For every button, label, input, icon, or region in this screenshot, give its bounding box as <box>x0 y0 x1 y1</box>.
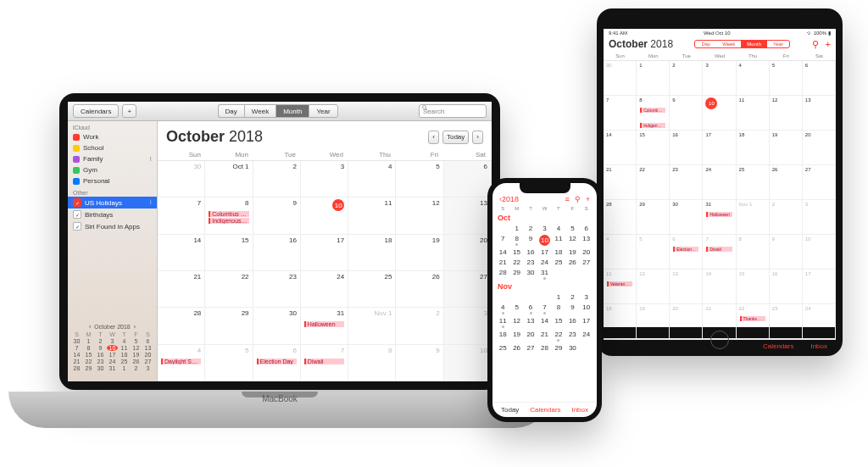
today-button[interactable]: Today <box>442 131 469 144</box>
day-cell[interactable]: 14 <box>604 131 637 165</box>
day-cell[interactable]: 8 <box>348 345 396 381</box>
day-cell[interactable]: 10 <box>803 235 836 270</box>
day-cell[interactable]: 8Columbus DayIndigenous Peo… <box>205 197 253 234</box>
event-chip[interactable]: Election Day <box>673 247 698 252</box>
day-cell[interactable]: 3 <box>537 225 551 232</box>
day-cell[interactable]: 9 <box>524 235 537 246</box>
mini-prev-icon[interactable]: ‹ <box>89 324 91 330</box>
day-cell[interactable]: 6 <box>524 303 537 314</box>
day-cell[interactable]: 26 <box>770 165 803 200</box>
day-cell[interactable]: 15 <box>552 317 565 328</box>
day-cell[interactable]: 18 <box>496 331 509 342</box>
day-cell[interactable]: 5 <box>565 225 579 232</box>
segment-day[interactable]: Day <box>695 41 716 47</box>
event-chip[interactable]: Indigenous Peop… <box>640 123 665 128</box>
day-cell[interactable]: 17 <box>803 270 836 304</box>
day-cell[interactable]: Nov 1 <box>348 308 396 344</box>
day-cell[interactable]: 29 <box>509 269 523 280</box>
day-cell[interactable]: 16 <box>524 248 537 256</box>
day-cell[interactable]: 27 <box>524 344 537 352</box>
search-icon[interactable]: ⚲ <box>812 39 819 50</box>
segment-month[interactable]: Month <box>741 41 767 47</box>
day-cell[interactable]: 6Election Day <box>253 345 301 381</box>
next-month-button[interactable]: › <box>472 131 483 144</box>
day-cell[interactable]: 6 <box>803 61 836 96</box>
day-cell[interactable]: 11 <box>737 96 770 131</box>
day-cell[interactable]: 13 <box>803 96 836 131</box>
day-cell[interactable]: 11 <box>348 197 396 234</box>
day-cell[interactable]: 3 <box>803 200 836 235</box>
day-cell[interactable]: 20 <box>444 235 492 271</box>
day-cell[interactable]: 24 <box>703 165 736 200</box>
day-cell[interactable]: 14 <box>496 248 509 256</box>
calendars-link[interactable]: Calendars <box>763 342 793 350</box>
sidebar-item-siri-found-in-apps[interactable]: ✓Siri Found in Apps <box>68 220 157 232</box>
search-input[interactable]: Search <box>419 104 487 118</box>
day-cell[interactable]: 7 <box>537 303 551 314</box>
back-button[interactable]: ‹2018 <box>499 195 519 203</box>
day-cell[interactable]: 19 <box>637 304 670 339</box>
day-cell[interactable]: 5 <box>770 61 803 96</box>
day-cell[interactable]: 24 <box>301 271 348 308</box>
month-label[interactable]: Nov <box>496 280 593 293</box>
day-cell[interactable]: 22 <box>637 165 670 200</box>
day-cell[interactable]: 25 <box>737 165 770 200</box>
prev-month-button[interactable]: ‹ <box>428 131 439 144</box>
day-cell[interactable]: 19 <box>565 248 579 256</box>
day-cell[interactable]: 22 <box>552 331 565 342</box>
today-link[interactable]: Today <box>501 406 519 414</box>
day-cell[interactable]: 5 <box>396 161 443 197</box>
mini-next-icon[interactable]: › <box>134 324 136 330</box>
day-cell[interactable]: 8Columbus DayIndigenous Peop… <box>637 96 670 131</box>
day-cell[interactable]: 2 <box>565 293 579 301</box>
day-cell[interactable]: 29 <box>205 308 253 344</box>
event-chip[interactable]: Daylight Saving… <box>161 359 201 364</box>
day-cell[interactable]: 6 <box>580 225 593 232</box>
day-cell[interactable]: 22 <box>509 259 523 266</box>
day-cell[interactable]: 15 <box>637 131 670 165</box>
day-cell[interactable]: 23 <box>670 165 703 200</box>
day-cell[interactable]: 4 <box>348 161 396 197</box>
day-cell[interactable]: 8 <box>737 235 770 270</box>
add-button[interactable]: + <box>122 104 136 118</box>
add-event-icon[interactable]: + <box>586 195 590 203</box>
day-cell[interactable]: 23 <box>770 304 803 339</box>
day-cell[interactable]: 20 <box>524 331 537 342</box>
day-cell[interactable]: 26 <box>565 259 579 266</box>
day-cell[interactable]: 20 <box>803 131 836 165</box>
day-cell[interactable]: 28 <box>496 269 509 280</box>
day-cell[interactable]: 27 <box>803 165 836 200</box>
day-cell[interactable]: 7Diwali <box>301 345 348 381</box>
day-cell[interactable]: 14 <box>703 270 736 304</box>
day-cell[interactable]: 11 <box>496 317 509 328</box>
day-cell[interactable]: 18 <box>604 304 637 339</box>
mini-calendar[interactable]: ‹October 2018› SMTWTFS301234567891011121… <box>68 320 157 381</box>
day-cell[interactable]: 8 <box>552 303 565 314</box>
mac-month-grid[interactable]: 30Oct 12345678Columbus DayIndigenous Peo… <box>158 160 492 381</box>
day-cell[interactable]: 21 <box>496 259 509 266</box>
day-cell[interactable]: 12 <box>637 270 670 304</box>
day-cell[interactable]: 10 <box>301 197 348 234</box>
day-cell[interactable]: 14 <box>537 317 551 328</box>
day-cell[interactable]: 26 <box>396 271 443 308</box>
day-cell[interactable]: 1 <box>637 61 670 96</box>
day-cell[interactable]: 18 <box>348 235 396 271</box>
day-cell[interactable]: 22 <box>205 271 253 308</box>
day-cell[interactable]: 30 <box>565 344 579 352</box>
inbox-link[interactable]: Inbox <box>810 342 827 350</box>
search-icon[interactable]: ⚲ <box>575 195 581 203</box>
calendars-button[interactable]: Calendars <box>73 104 119 118</box>
day-cell[interactable]: 13 <box>524 317 537 328</box>
day-cell[interactable]: 21 <box>604 165 637 200</box>
day-cell[interactable]: 19 <box>509 331 523 342</box>
day-cell[interactable]: 16 <box>770 270 803 304</box>
day-cell[interactable]: 25 <box>552 259 565 266</box>
day-cell[interactable]: 3 <box>580 293 593 301</box>
day-cell[interactable]: 10 <box>580 303 593 314</box>
day-cell[interactable]: 9 <box>565 303 579 314</box>
day-cell[interactable]: 9 <box>396 345 443 381</box>
day-cell[interactable]: 16 <box>670 131 703 165</box>
day-cell[interactable]: 4 <box>737 61 770 96</box>
segment-week[interactable]: Week <box>716 41 741 47</box>
day-cell[interactable]: 15 <box>509 248 523 256</box>
